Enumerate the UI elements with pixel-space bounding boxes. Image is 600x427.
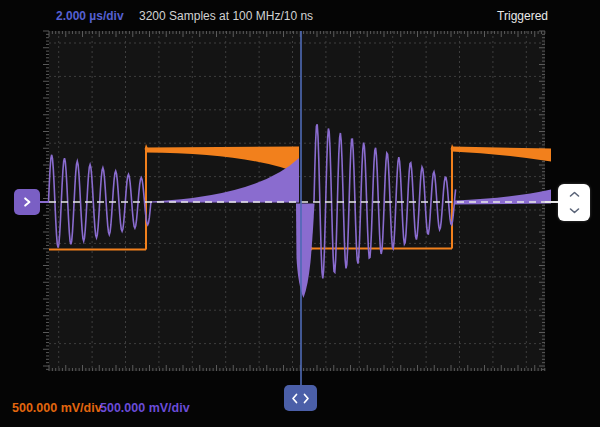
chevron-right-icon xyxy=(302,393,310,404)
vertical-offset-stepper[interactable] xyxy=(558,184,590,221)
channel1-scale-label[interactable]: 500.000 mV/div xyxy=(12,401,102,415)
chevron-down-icon[interactable] xyxy=(558,203,590,219)
channel-offset-marker-button[interactable] xyxy=(14,189,40,215)
horizontal-position-button[interactable] xyxy=(284,385,317,411)
chevron-right-icon xyxy=(21,196,33,208)
chevron-left-icon xyxy=(291,393,299,404)
channel2-scale-label[interactable]: 500.000 mV/div xyxy=(100,401,190,415)
chevron-up-icon[interactable] xyxy=(558,186,590,202)
oscilloscope-screen: 2.000 µs/div 3200 Samples at 100 MHz/10 … xyxy=(0,0,600,427)
scope-display[interactable] xyxy=(0,0,600,427)
